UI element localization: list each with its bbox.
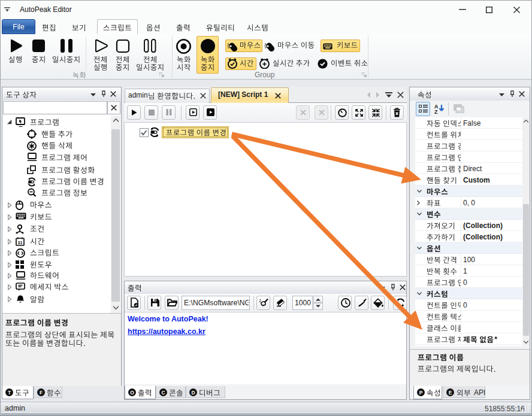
svg-text:O: O: [130, 390, 134, 396]
svg-text:Z: Z: [434, 109, 438, 114]
svg-text:E: E: [449, 390, 452, 396]
svg-text:T: T: [8, 390, 11, 396]
svg-text:F: F: [40, 390, 43, 396]
svg-text:31: 31: [18, 241, 23, 245]
svg-text:P: P: [419, 390, 423, 396]
svg-text:C: C: [161, 390, 165, 396]
svg-text:D: D: [191, 390, 195, 396]
